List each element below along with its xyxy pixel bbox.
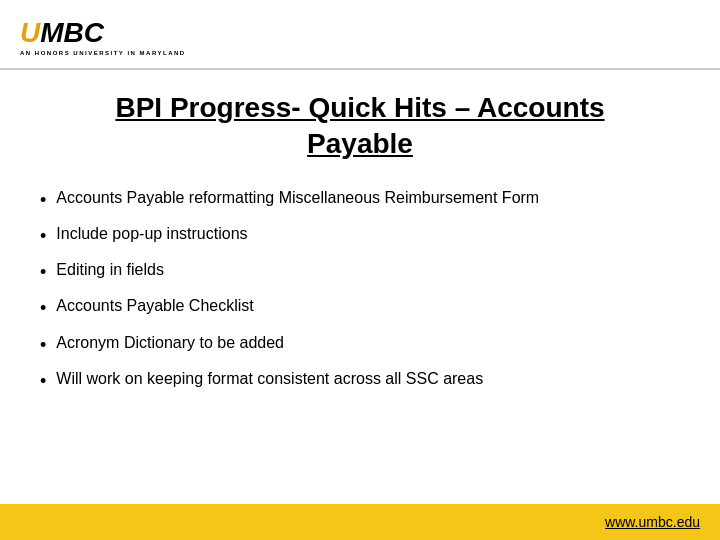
bullet-text: Editing in fields bbox=[56, 259, 680, 281]
bullet-text: Will work on keeping format consistent a… bbox=[56, 368, 680, 390]
bullet-icon: • bbox=[40, 296, 46, 321]
list-item: • Include pop-up instructions bbox=[40, 223, 680, 249]
main-content: BPI Progress- Quick Hits – Accounts Paya… bbox=[0, 70, 720, 504]
bullet-icon: • bbox=[40, 224, 46, 249]
bullet-text: Accounts Payable reformatting Miscellane… bbox=[56, 187, 680, 209]
bullet-icon: • bbox=[40, 333, 46, 358]
bullet-text: Include pop-up instructions bbox=[56, 223, 680, 245]
bullet-list: • Accounts Payable reformatting Miscella… bbox=[40, 187, 680, 404]
list-item: • Accounts Payable Checklist bbox=[40, 295, 680, 321]
logo: U MBC AN HONORS UNIVERSITY IN MARYLAND bbox=[20, 17, 186, 56]
logo-mbc: MBC bbox=[40, 17, 104, 49]
bullet-text: Acronym Dictionary to be added bbox=[56, 332, 680, 354]
logo-text: U MBC bbox=[20, 17, 104, 49]
bullet-icon: • bbox=[40, 260, 46, 285]
footer-url: www.umbc.edu bbox=[605, 514, 700, 530]
list-item: • Will work on keeping format consistent… bbox=[40, 368, 680, 394]
list-item: • Accounts Payable reformatting Miscella… bbox=[40, 187, 680, 213]
page-title: BPI Progress- Quick Hits – Accounts Paya… bbox=[40, 90, 680, 163]
header: U MBC AN HONORS UNIVERSITY IN MARYLAND bbox=[0, 0, 720, 70]
list-item: • Acronym Dictionary to be added bbox=[40, 332, 680, 358]
logo-u: U bbox=[20, 17, 40, 49]
logo-subtitle: AN HONORS UNIVERSITY IN MARYLAND bbox=[20, 50, 186, 56]
bullet-icon: • bbox=[40, 188, 46, 213]
bullet-icon: • bbox=[40, 369, 46, 394]
list-item: • Editing in fields bbox=[40, 259, 680, 285]
slide: U MBC AN HONORS UNIVERSITY IN MARYLAND B… bbox=[0, 0, 720, 540]
bullet-text: Accounts Payable Checklist bbox=[56, 295, 680, 317]
footer: www.umbc.edu bbox=[0, 504, 720, 540]
